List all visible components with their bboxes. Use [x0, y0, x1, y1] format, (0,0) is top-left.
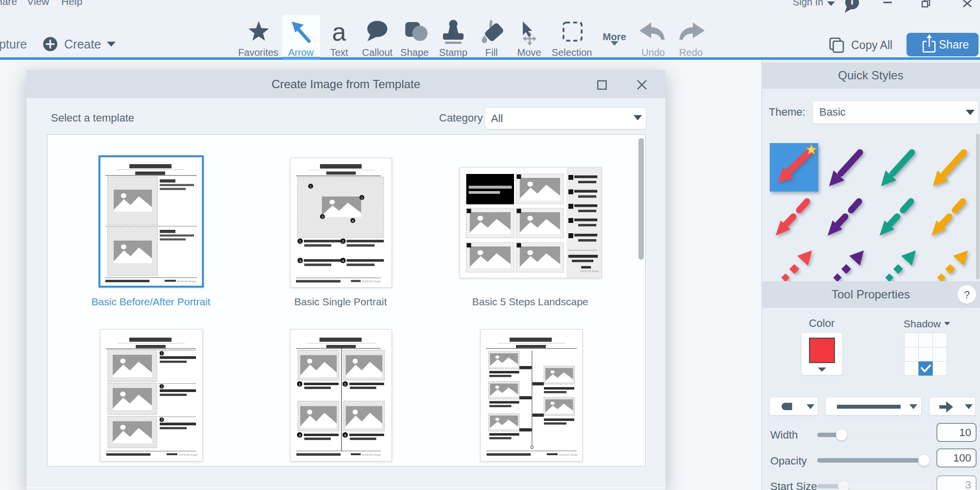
- svg-text:1: 1: [298, 382, 300, 387]
- svg-text:3: 3: [298, 433, 300, 438]
- svg-text:1: 1: [299, 239, 301, 244]
- svg-text:1: 1: [310, 185, 312, 188]
- svg-text:TechSmith Snagit: TechSmith Snagit: [559, 453, 578, 456]
- svg-text:3: 3: [161, 418, 163, 421]
- svg-text:2: 2: [161, 385, 163, 388]
- svg-text:TechSmith Snagit: TechSmith Snagit: [362, 280, 381, 283]
- svg-text:TechSmith Snagit: TechSmith Snagit: [178, 453, 198, 456]
- svg-text:4: 4: [352, 219, 354, 222]
- svg-text:2: 2: [342, 239, 344, 244]
- svg-text:2: 2: [361, 196, 363, 199]
- svg-text:2: 2: [344, 382, 346, 387]
- svg-text:TechSmith Snagit: TechSmith Snagit: [580, 270, 599, 272]
- svg-text:4: 4: [344, 433, 346, 438]
- svg-text:1: 1: [161, 351, 163, 355]
- svg-text:3: 3: [321, 215, 323, 219]
- svg-text:TechSmith Snagit: TechSmith Snagit: [362, 453, 381, 456]
- svg-text:4: 4: [342, 259, 344, 263]
- svg-text:3: 3: [299, 259, 301, 263]
- svg-text:TechSmith Snagit: TechSmith Snagit: [177, 280, 196, 283]
